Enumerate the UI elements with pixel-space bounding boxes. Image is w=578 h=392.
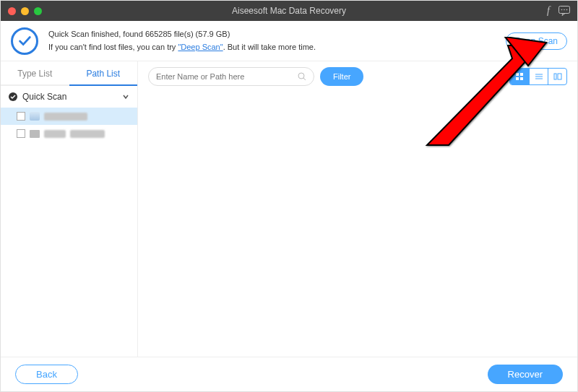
checkmark-icon [11, 27, 38, 55]
footer: Back Recover [1, 357, 577, 391]
scan-info-bar: Quick Scan finished, found 665285 file(s… [1, 21, 577, 61]
scan-info-text: Quick Scan finished, found 665285 file(s… [48, 28, 316, 53]
svg-rect-15 [558, 74, 561, 79]
svg-line-6 [303, 78, 306, 80]
close-window-button[interactable] [8, 7, 16, 15]
preview-icon [553, 72, 562, 81]
minimize-window-button[interactable] [21, 7, 29, 15]
checkbox[interactable] [17, 129, 25, 138]
sidebar-item[interactable] [1, 125, 137, 142]
scan-summary: Quick Scan finished, found 665285 file(s… [48, 28, 316, 41]
svg-rect-7 [516, 73, 519, 76]
feedback-icon[interactable] [558, 6, 570, 16]
tab-type-list[interactable]: Type List [1, 61, 69, 84]
window-controls [8, 7, 42, 15]
svg-point-1 [561, 9, 563, 11]
search-icon [298, 72, 306, 81]
view-switcher [509, 68, 567, 85]
search-field[interactable] [148, 67, 314, 86]
zoom-window-button[interactable] [34, 7, 42, 15]
sidebar-item-label [44, 130, 66, 138]
view-grid-button[interactable] [510, 69, 529, 84]
sidebar-item[interactable] [1, 108, 137, 125]
deep-scan-button[interactable]: Deep Scan [506, 32, 567, 50]
main-content: Filter [138, 61, 577, 357]
titlebar: Aiseesoft Mac Data Recovery f [1, 1, 577, 21]
grid-icon [515, 72, 524, 81]
sidebar-group-quick-scan[interactable]: Quick Scan [1, 86, 137, 108]
sidebar-item-label [44, 113, 87, 121]
view-list-button[interactable] [529, 69, 548, 84]
back-button[interactable]: Back [15, 365, 78, 384]
svg-rect-9 [516, 77, 519, 80]
sidebar-item-label [70, 130, 105, 138]
list-icon [535, 72, 543, 81]
svg-point-3 [566, 9, 568, 11]
facebook-icon[interactable]: f [547, 5, 550, 17]
svg-rect-14 [554, 74, 556, 79]
toolbar: Filter [148, 67, 567, 86]
disk-icon [30, 112, 40, 121]
recover-button[interactable]: Recover [488, 365, 563, 384]
checkbox[interactable] [17, 112, 25, 121]
sidebar-group-label: Quick Scan [22, 92, 66, 102]
svg-point-5 [298, 73, 304, 79]
filter-button[interactable]: Filter [320, 67, 363, 86]
svg-point-2 [564, 9, 565, 11]
view-preview-button[interactable] [548, 69, 566, 84]
svg-rect-8 [520, 73, 523, 76]
deep-scan-link[interactable]: "Deep Scan" [178, 43, 223, 51]
app-title: Aiseesoft Mac Data Recovery [1, 6, 577, 16]
svg-rect-10 [520, 77, 523, 80]
search-input[interactable] [156, 72, 298, 81]
sidebar: Type List Path List Quick Scan [1, 61, 138, 357]
chevron-down-icon [121, 92, 130, 101]
tab-path-list[interactable]: Path List [69, 61, 138, 84]
folder-icon [30, 130, 40, 138]
scan-hint: If you can't find lost files, you can tr… [48, 41, 316, 54]
check-circle-icon [8, 92, 18, 102]
